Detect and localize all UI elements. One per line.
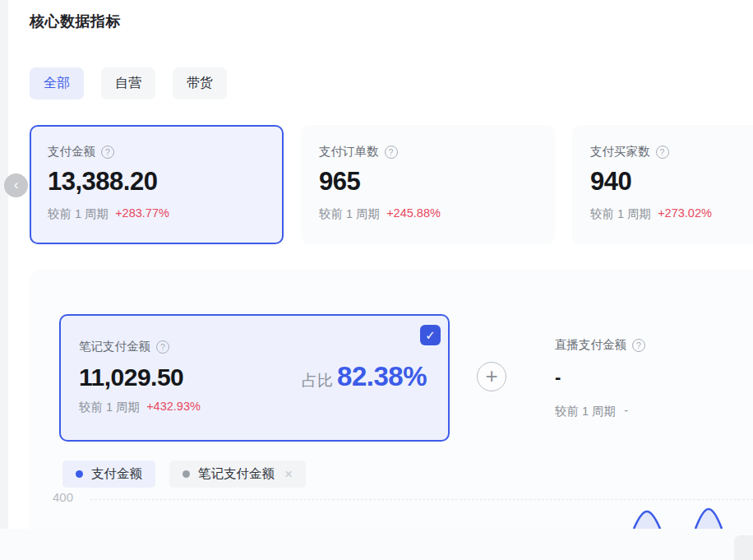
- delta-value: -: [624, 404, 628, 419]
- metric-delta-row: 较前 1 周期 +432.93%: [79, 400, 428, 415]
- help-icon[interactable]: ?: [656, 146, 669, 159]
- metric-delta-row: 较前 1 周期 +283.77%: [48, 206, 266, 222]
- page-bottom-band: [0, 529, 753, 560]
- legend-label: 笔记支付金额: [198, 465, 275, 483]
- metric-label-row: 笔记支付金额 ?: [79, 339, 428, 354]
- close-icon[interactable]: ×: [284, 466, 293, 483]
- metric-card-buyer-count[interactable]: 支付买家数 ? 940 较前 1 周期 +273.02%: [572, 125, 753, 244]
- metric-value-row: 11,029.50 占比 82.38%: [79, 361, 428, 392]
- breakdown-card-note-payment[interactable]: ✓ 笔记支付金额 ? 11,029.50 占比 82.38% 较前 1 周期 +…: [59, 314, 450, 442]
- share-label: 占比: [302, 370, 333, 391]
- metric-label-row: 直播支付金额 ?: [555, 337, 753, 353]
- compare-label: 较前 1 周期: [79, 400, 140, 415]
- compare-label: 较前 1 周期: [319, 206, 380, 222]
- delta-value: +432.93%: [146, 400, 201, 415]
- compare-label: 较前 1 周期: [590, 206, 651, 222]
- delta-value: +245.88%: [386, 206, 441, 222]
- metric-card-payment-amount[interactable]: 支付金额 ? 13,388.20 较前 1 周期 +283.77%: [30, 125, 284, 244]
- metric-value: -: [555, 367, 753, 388]
- tab-all[interactable]: 全部: [30, 67, 84, 100]
- delta-value: +273.02%: [658, 206, 712, 222]
- breakdown-card-live-payment[interactable]: 直播支付金额 ? - 较前 1 周期 -: [555, 337, 753, 419]
- help-icon[interactable]: ?: [385, 146, 398, 159]
- checkbox-checked[interactable]: ✓: [420, 325, 441, 345]
- checkmark-icon: ✓: [425, 328, 436, 343]
- metric-delta-row: 较前 1 周期 +245.88%: [319, 206, 537, 222]
- add-metric-button[interactable]: +: [477, 362, 506, 391]
- metric-value: 11,029.50: [79, 363, 183, 391]
- share-value: 82.38%: [337, 361, 427, 392]
- metric-label: 直播支付金额: [555, 337, 626, 353]
- help-icon[interactable]: ?: [101, 146, 114, 159]
- floating-widget[interactable]: [734, 535, 753, 560]
- compare-label: 较前 1 周期: [48, 206, 109, 222]
- chart-legend: 支付金额 笔记支付金额 ×: [62, 460, 306, 488]
- metric-label-row: 支付买家数 ?: [590, 144, 753, 160]
- page-left-gutter: [0, 0, 8, 560]
- metric-delta-row: 较前 1 周期 -: [555, 404, 753, 419]
- metric-card-order-count[interactable]: 支付订单数 ? 965 较前 1 周期 +245.88%: [301, 125, 555, 244]
- metric-label: 支付订单数: [319, 144, 379, 160]
- metric-value: 965: [319, 167, 537, 197]
- metric-value: 940: [590, 167, 753, 197]
- legend-item-note-payment-amount[interactable]: 笔记支付金额 ×: [169, 460, 306, 488]
- legend-label: 支付金额: [91, 465, 142, 483]
- legend-item-payment-amount[interactable]: 支付金额: [62, 460, 155, 488]
- tab-affiliate[interactable]: 带货: [173, 67, 227, 100]
- help-icon[interactable]: ?: [156, 340, 169, 354]
- share-group: 占比 82.38%: [302, 361, 428, 392]
- metric-value: 13,388.20: [48, 167, 266, 197]
- metric-label-row: 支付订单数 ?: [319, 144, 537, 160]
- metric-label: 支付金额: [48, 144, 95, 160]
- metric-label: 笔记支付金额: [79, 339, 150, 354]
- tab-self-operated[interactable]: 自营: [101, 67, 155, 100]
- metric-label-row: 支付金额 ?: [48, 144, 266, 160]
- compare-label: 较前 1 周期: [555, 404, 616, 419]
- legend-dot: [76, 470, 83, 478]
- metric-label: 支付买家数: [590, 144, 650, 160]
- metric-card-row: 支付金额 ? 13,388.20 较前 1 周期 +283.77% 支付订单数 …: [30, 125, 753, 244]
- scope-tabs: 全部 自营 带货: [30, 67, 227, 100]
- trend-panel: ✓ 笔记支付金额 ? 11,029.50 占比 82.38% 较前 1 周期 +…: [30, 270, 753, 529]
- chevron-left-icon: ‹: [14, 178, 19, 192]
- trend-chart: [30, 492, 753, 529]
- carousel-left-button[interactable]: ‹: [4, 174, 28, 197]
- page-title: 核心数据指标: [30, 12, 121, 31]
- help-icon[interactable]: ?: [632, 339, 645, 352]
- metric-delta-row: 较前 1 周期 +273.02%: [590, 206, 753, 222]
- delta-value: +283.77%: [115, 206, 169, 222]
- legend-dot: [182, 470, 190, 478]
- plus-icon: +: [485, 365, 497, 386]
